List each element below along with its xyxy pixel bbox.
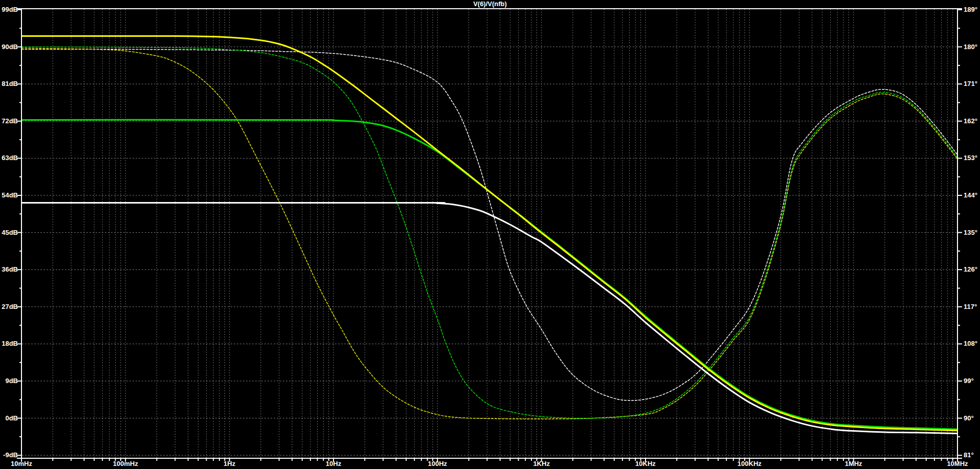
y-left-minor-tick	[19, 251, 22, 252]
y-left-axis-label: 54dB	[0, 191, 18, 199]
x-minor-tick	[591, 458, 592, 461]
x-axis-label: 1Hz	[207, 460, 253, 468]
x-minor-tick	[903, 458, 904, 461]
x-minor-tick	[364, 458, 365, 461]
x-minor-tick	[157, 458, 158, 461]
x-minor-tick	[383, 458, 384, 461]
grid	[22, 9, 957, 458]
x-minor-tick	[798, 458, 799, 461]
y-right-axis-label: 180°	[964, 43, 977, 51]
phase-trace-yellow[interactable]	[21, 48, 957, 419]
y-left-major-tick	[17, 195, 22, 196]
y-right-minor-tick	[957, 176, 960, 177]
y-left-minor-tick	[19, 436, 22, 437]
y-left-major-tick	[17, 47, 22, 48]
y-right-major-tick	[957, 195, 962, 196]
x-minor-tick	[821, 458, 822, 461]
bode-plot-canvas[interactable]	[0, 0, 980, 469]
y-right-major-tick	[957, 455, 962, 456]
x-minor-tick	[486, 458, 487, 461]
y-right-axis-label: 117°	[964, 303, 977, 311]
y-right-minor-tick	[957, 28, 960, 29]
x-minor-tick	[718, 458, 719, 461]
y-right-major-tick	[957, 47, 962, 48]
x-minor-tick	[614, 458, 615, 461]
y-right-major-tick	[957, 381, 962, 382]
y-left-minor-tick	[19, 102, 22, 103]
x-minor-tick	[707, 458, 708, 461]
x-axis-label: 1MHz	[831, 460, 877, 468]
x-axis-label: 1KHz	[519, 460, 565, 468]
y-right-axis-label: 90°	[964, 414, 974, 422]
y-right-major-tick	[957, 232, 962, 233]
x-minor-tick	[500, 458, 501, 461]
magnitude-trace-green[interactable]	[21, 120, 957, 429]
x-minor-tick	[197, 458, 198, 461]
y-right-minor-tick	[957, 436, 960, 437]
x-minor-tick	[260, 458, 261, 461]
y-left-axis-label: 90dB	[0, 43, 18, 51]
x-axis-label: 10Hz	[310, 460, 357, 468]
phase-trace-white[interactable]	[21, 49, 957, 400]
y-left-major-tick	[17, 83, 22, 84]
x-minor-tick	[926, 458, 927, 461]
x-minor-tick	[469, 458, 470, 461]
y-left-axis-label: 45dB	[0, 229, 18, 237]
y-right-major-tick	[957, 343, 962, 344]
y-left-axis-label: 36dB	[0, 265, 18, 274]
y-right-axis-label: 144°	[964, 191, 977, 199]
y-left-axis-label: 27dB	[0, 303, 18, 311]
y-right-axis-label: 135°	[964, 229, 977, 237]
y-right-axis-label: 171°	[964, 80, 977, 88]
y-left-major-tick	[17, 9, 22, 10]
y-left-major-tick	[17, 455, 22, 456]
y-left-minor-tick	[19, 399, 22, 400]
y-left-major-tick	[17, 158, 22, 159]
y-left-minor-tick	[19, 65, 22, 66]
x-minor-tick	[302, 458, 303, 461]
x-minor-tick	[94, 458, 95, 461]
x-minor-tick	[292, 458, 293, 461]
x-minor-tick	[395, 458, 396, 461]
axis-ticks	[17, 9, 962, 462]
y-left-minor-tick	[19, 139, 22, 140]
y-right-minor-tick	[957, 65, 960, 66]
x-minor-tick	[406, 458, 407, 461]
x-axis-label: 10mHz	[0, 460, 44, 468]
x-minor-tick	[174, 458, 175, 461]
x-axis-label: 100mHz	[102, 460, 148, 468]
y-left-major-tick	[17, 121, 22, 122]
y-left-axis-label: -9dB	[0, 451, 18, 459]
y-left-minor-tick	[19, 28, 22, 29]
x-axis-label: 10KHz	[622, 460, 669, 468]
magnitude-trace-white[interactable]	[21, 203, 957, 433]
y-right-axis-label: 189°	[964, 6, 977, 14]
y-right-minor-tick	[957, 288, 960, 289]
y-left-axis-label: 9dB	[0, 377, 18, 385]
y-right-axis-label: 99°	[964, 377, 974, 385]
x-minor-tick	[604, 458, 605, 461]
magnitude-trace-yellow[interactable]	[21, 36, 957, 430]
y-left-axis-label: 0dB	[0, 414, 18, 422]
y-left-major-tick	[17, 418, 22, 419]
y-left-axis-label: 72dB	[0, 117, 18, 125]
x-axis-label: 10MHz	[934, 460, 980, 468]
traces	[21, 36, 957, 433]
y-left-major-tick	[17, 343, 22, 344]
y-left-axis-label: 63dB	[0, 154, 18, 162]
y-left-axis-label: 18dB	[0, 340, 18, 348]
y-right-axis-label: 162°	[964, 117, 977, 125]
plot-border	[17, 9, 962, 458]
y-right-minor-tick	[957, 102, 960, 103]
y-right-axis-label: 108°	[964, 340, 977, 348]
x-minor-tick	[52, 458, 53, 461]
y-right-axis-label: 126°	[964, 265, 977, 274]
y-right-major-tick	[957, 269, 962, 270]
y-right-axis-label: 81°	[964, 451, 974, 459]
y-left-major-tick	[17, 306, 22, 307]
x-axis-label: 100KHz	[726, 460, 772, 468]
y-right-major-tick	[957, 9, 962, 10]
y-right-major-tick	[957, 121, 962, 122]
x-minor-tick	[916, 458, 917, 461]
y-left-minor-tick	[19, 213, 22, 214]
